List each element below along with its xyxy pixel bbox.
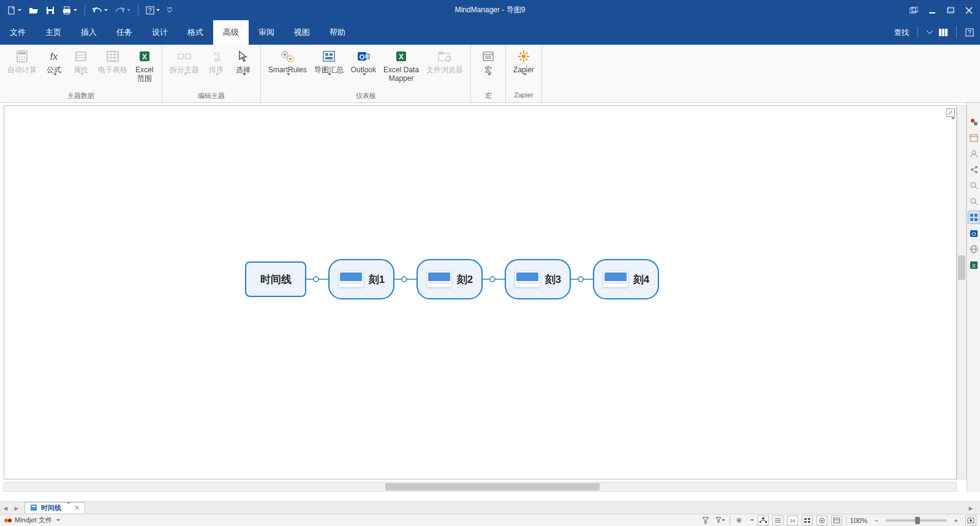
qat-print-button[interactable] bbox=[59, 4, 80, 17]
svg-rect-120 bbox=[760, 521, 761, 523]
sidepanel-search2-icon[interactable] bbox=[968, 195, 980, 208]
horizontal-scrollbar[interactable] bbox=[4, 482, 957, 492]
separator bbox=[918, 26, 918, 39]
timeline-child-node[interactable]: 刻3 bbox=[505, 259, 571, 299]
svg-rect-42 bbox=[178, 54, 183, 59]
canvas[interactable]: ⤢ 时间线 刻1刻2刻3刻4 bbox=[4, 105, 957, 479]
select-button[interactable]: 选择 bbox=[230, 47, 257, 85]
layout-options-button[interactable] bbox=[939, 29, 948, 36]
tab-design[interactable]: 设计 bbox=[142, 20, 178, 45]
macro-button[interactable]: 宏 bbox=[475, 47, 502, 85]
timeline-root-node[interactable]: 时间线 bbox=[245, 261, 306, 297]
split-button: 拆分主题 bbox=[166, 47, 203, 85]
zoom-in-button[interactable]: + bbox=[951, 516, 962, 525]
view-mode3-button[interactable]: 24 bbox=[787, 516, 798, 525]
collapse-ribbon-button[interactable] bbox=[927, 29, 933, 36]
tab-home[interactable]: 主页 bbox=[36, 20, 71, 45]
zoom-out-button[interactable]: − bbox=[871, 516, 882, 525]
qat-open-button[interactable] bbox=[26, 4, 41, 17]
sidepanel-calendar-icon[interactable] bbox=[968, 131, 980, 145]
doctab-dropdown[interactable] bbox=[65, 504, 70, 511]
view-mode4-button[interactable] bbox=[802, 516, 813, 525]
sidepanel-grid-icon[interactable] bbox=[968, 211, 980, 224]
filter-dropdown-button[interactable] bbox=[715, 516, 726, 525]
svg-rect-53 bbox=[325, 53, 328, 56]
maximize-button[interactable] bbox=[942, 3, 959, 18]
doctab-next-button[interactable]: ► bbox=[11, 505, 22, 512]
zoom-value[interactable]: 100% bbox=[850, 517, 867, 524]
doctab-menu-button[interactable]: ► bbox=[965, 505, 976, 512]
separator bbox=[138, 4, 138, 17]
qat-redo-button[interactable] bbox=[113, 5, 133, 16]
qat-undo-button[interactable] bbox=[90, 5, 110, 16]
document-tab[interactable]: 时间线 ✕ bbox=[24, 502, 85, 513]
chevron-down-icon bbox=[156, 9, 160, 11]
chevron-down-icon bbox=[486, 75, 491, 84]
timeline-child-node[interactable]: 刻1 bbox=[328, 259, 394, 299]
zapier-button[interactable]: Zapier bbox=[510, 47, 538, 85]
doctab-prev-button[interactable]: ◄ bbox=[0, 505, 11, 512]
svg-rect-106 bbox=[970, 218, 973, 221]
minimize-button[interactable] bbox=[924, 3, 941, 18]
svg-point-100 bbox=[971, 182, 976, 187]
svg-text:?: ? bbox=[968, 29, 971, 36]
spreadsheet-icon bbox=[106, 48, 119, 64]
vertical-scrollbar[interactable] bbox=[957, 105, 967, 479]
svg-point-29 bbox=[21, 59, 23, 60]
zoom-slider-handle[interactable] bbox=[915, 517, 920, 524]
status-filetype[interactable]: Mindjet 文件 bbox=[15, 516, 52, 525]
sidepanel-link-icon[interactable] bbox=[968, 115, 980, 129]
tab-review[interactable]: 审阅 bbox=[249, 20, 284, 45]
formula-button[interactable]: fx公式 bbox=[40, 47, 67, 85]
view-mode2-button[interactable] bbox=[772, 516, 783, 525]
maprollup-button[interactable]: 导图汇总 bbox=[311, 47, 347, 85]
fit-map-button[interactable] bbox=[965, 516, 976, 525]
excel-mapper-button[interactable]: XExcel Data Mapper bbox=[380, 47, 423, 84]
button-label: 文件浏览器 bbox=[426, 66, 463, 74]
tab-view[interactable]: 视图 bbox=[284, 20, 320, 45]
scroll-thumb[interactable] bbox=[958, 255, 965, 280]
expand-button[interactable]: ⊕ bbox=[734, 516, 745, 525]
doctab-close-button[interactable]: ✕ bbox=[74, 504, 80, 512]
tab-task[interactable]: 任务 bbox=[107, 20, 142, 45]
help-button[interactable]: ? bbox=[965, 28, 974, 37]
smartrules-button[interactable]: SmartRules bbox=[265, 47, 311, 85]
canvas-dropdown-button[interactable] bbox=[949, 119, 955, 130]
sidepanel-share-icon[interactable] bbox=[968, 163, 980, 176]
zoom-slider[interactable] bbox=[886, 519, 947, 522]
sidepanel-outlook-side-icon[interactable]: O bbox=[968, 227, 980, 240]
outlook-button[interactable]: OOutlook bbox=[347, 47, 380, 85]
qat-save-button[interactable] bbox=[43, 4, 57, 17]
qat-help-button[interactable]: ? bbox=[143, 4, 162, 17]
qat-new-button[interactable] bbox=[5, 4, 24, 17]
tab-format[interactable]: 格式 bbox=[178, 20, 213, 45]
view-mode5-button[interactable] bbox=[816, 516, 827, 525]
sidepanel-excel-side-icon[interactable]: X bbox=[968, 258, 980, 272]
timeline-child-node[interactable]: 刻4 bbox=[593, 259, 659, 299]
button-label: 自动计算 bbox=[7, 66, 37, 74]
excel-range-button[interactable]: XExcel 范围 bbox=[131, 47, 158, 84]
chevron-down-icon bbox=[285, 75, 290, 84]
search-label[interactable]: 查找 bbox=[894, 28, 909, 38]
switch-window-button[interactable] bbox=[905, 3, 922, 18]
view-mode6-button[interactable] bbox=[831, 516, 842, 525]
ribbon-group-label: 主题数据 bbox=[0, 91, 162, 102]
filter-button[interactable] bbox=[700, 516, 711, 525]
tab-file[interactable]: 文件 bbox=[0, 20, 36, 45]
calc-icon bbox=[15, 48, 29, 64]
tab-advanced[interactable]: 高级 bbox=[213, 20, 249, 45]
canvas-fit-button[interactable]: ⤢ bbox=[946, 108, 955, 117]
timeline-child-node[interactable]: 刻2 bbox=[417, 259, 483, 299]
sidepanel-globe-icon[interactable] bbox=[968, 242, 980, 256]
button-label: 拆分主题 bbox=[170, 66, 199, 74]
view-mode1-button[interactable] bbox=[758, 516, 769, 525]
tab-help[interactable]: 帮助 bbox=[320, 20, 355, 45]
qat-customize-button[interactable] bbox=[165, 6, 175, 15]
tab-label: 视图 bbox=[294, 27, 310, 38]
sidepanel-search-icon[interactable] bbox=[968, 179, 980, 192]
close-button[interactable] bbox=[960, 3, 978, 18]
tab-insert[interactable]: 插入 bbox=[71, 20, 107, 45]
sidepanel-person-icon[interactable] bbox=[968, 147, 980, 160]
scroll-thumb[interactable] bbox=[385, 483, 600, 490]
svg-rect-92 bbox=[970, 135, 978, 141]
